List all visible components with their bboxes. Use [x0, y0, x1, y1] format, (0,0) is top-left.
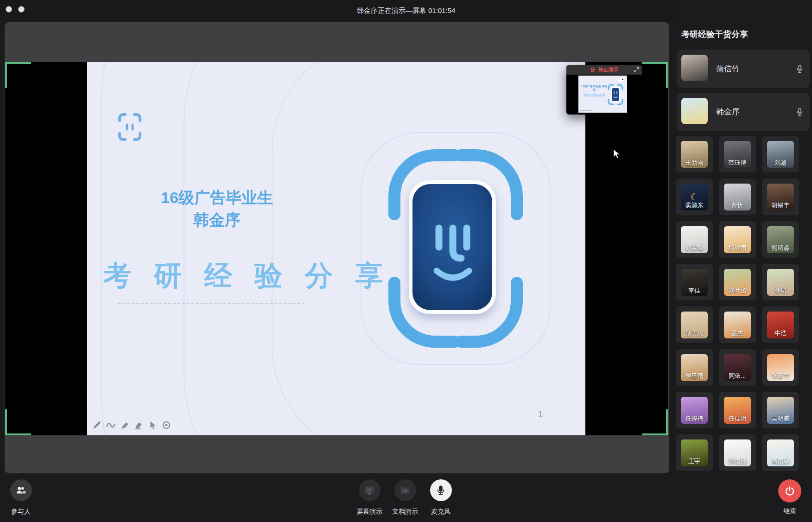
preview-mini-tools — [580, 110, 592, 111]
presentation-stage: 16级广告毕业生 韩金序 考 研 经 验 分 享 — [5, 22, 669, 473]
preview-slide-thumb: 16级广告毕业生 韩金序 考研经验分享 — [578, 76, 627, 113]
participant-name: 任婷祎 — [676, 414, 713, 423]
stop-presenting-label: 停止演示 — [598, 66, 619, 73]
mic-icon[interactable] — [796, 107, 804, 117]
end-meeting-button[interactable] — [778, 479, 801, 503]
mic-button[interactable]: 麦克风 — [422, 479, 459, 516]
slide-heading: 16级广告毕业生 韩金序 — [124, 186, 310, 231]
participant-name: 范钰博 — [719, 159, 756, 167]
mic-icon[interactable] — [796, 64, 804, 74]
participant-tile[interactable]: 任佳玥 — [719, 392, 756, 428]
participant-name: 王新雨 — [676, 159, 713, 167]
power-icon — [778, 479, 801, 503]
participant-name: 蒲信竹 — [716, 50, 740, 88]
doc-share-label: 文档演示 — [387, 508, 424, 516]
scrollbar[interactable] — [87, 388, 88, 408]
participant-tile[interactable]: 胡锡丰 — [762, 178, 799, 215]
participant-name: 王宇 — [676, 457, 713, 465]
mouse-cursor — [613, 149, 621, 160]
participant-name: 刘叶函 — [719, 286, 756, 295]
participant-tile[interactable]: ☾ 窦源东 — [676, 178, 713, 215]
presenter-preview-window[interactable]: 停止演示 16级广告毕业生 韩金序 考研经验分享 — [566, 65, 642, 115]
slide-heading-line2: 韩金序 — [124, 209, 310, 231]
participants-sidebar: 考研经验干货分享 蒲信竹 韩金序 王新雨 范钰博 刘越 ☾ 窦源东 — [673, 0, 812, 522]
participant-tile[interactable]: 孟杰 — [719, 306, 756, 343]
participant-tile[interactable]: 张宏宇 — [762, 349, 799, 386]
featured-participant-card[interactable]: 韩金序 — [677, 93, 810, 131]
participant-tile[interactable]: 刘越 — [762, 136, 799, 172]
participant-name: 熊斯淼 — [762, 244, 799, 252]
capture-corner-top-left — [5, 62, 31, 88]
screen-share-label: 屏幕演示 — [351, 508, 388, 516]
participant-name: 别子妮 — [676, 329, 713, 337]
participant-name: 刘越 — [762, 159, 799, 167]
participant-tile[interactable]: 熊斯淼 — [762, 221, 799, 258]
participant-name: 胡锡丰 — [762, 201, 799, 210]
presentation-slide: 16级广告毕业生 韩金序 考 研 经 验 分 享 — [87, 62, 585, 435]
screen-share-button[interactable]: 屏幕演示 — [351, 479, 388, 516]
participant-tile[interactable]: 王新雨 — [676, 136, 713, 172]
participant-name: 任佳玥 — [719, 414, 756, 423]
participant-tile[interactable]: 梅欣雨 — [719, 221, 756, 258]
slide-page-number: 1 — [531, 409, 550, 420]
doc-share-icon — [394, 479, 416, 501]
participant-tile[interactable]: 别子妮 — [676, 306, 713, 343]
participant-name: 孙珺 — [762, 286, 799, 295]
participant-tile[interactable]: 高雨馨 — [762, 434, 799, 471]
annotation-toolbar — [92, 420, 171, 430]
participant-tile[interactable]: 郝忻 — [719, 178, 756, 215]
scan-frame-icon — [118, 113, 141, 141]
preview-mini-title: 考研经验分享 — [578, 93, 610, 98]
highlighter-icon[interactable] — [120, 420, 130, 430]
expand-icon[interactable] — [634, 67, 640, 73]
slide-heading-line1: 16级广告毕业生 — [124, 186, 310, 209]
mic-icon — [430, 479, 452, 501]
participant-tile[interactable]: 樊星雨 — [676, 349, 713, 386]
participant-avatar — [681, 55, 708, 81]
participant-tile[interactable]: 孙珺 — [762, 264, 799, 300]
laser-icon[interactable] — [161, 420, 171, 430]
capture-corner-bottom-right — [642, 409, 668, 435]
participant-tile[interactable]: 刘叶函 — [719, 264, 756, 300]
participant-name: 郝忻 — [719, 201, 756, 210]
participant-tile[interactable]: 刘紫璇 — [676, 221, 713, 258]
participant-tile[interactable]: 范钰博 — [719, 136, 756, 172]
cursor-icon[interactable] — [147, 420, 158, 430]
participant-tile[interactable]: 牛浩 — [762, 306, 799, 343]
participant-name: 李佳 — [676, 286, 713, 295]
stop-presenting-icon — [590, 67, 596, 73]
screen-share-icon — [359, 479, 381, 501]
participant-tile[interactable]: 李佳 — [676, 264, 713, 300]
featured-participant-card[interactable]: 蒲信竹 — [677, 50, 810, 88]
meeting-window: 韩金序正在演示—屏幕 01:01:54 — [0, 0, 812, 522]
participant-name: 刘紫璇 — [676, 244, 713, 252]
doc-share-button[interactable]: 文档演示 — [387, 479, 424, 516]
participant-name: 吴明威 — [762, 414, 799, 423]
participant-tile[interactable]: 阿依... — [719, 349, 756, 386]
participant-tile[interactable]: 吴明威 — [762, 392, 799, 428]
participant-name: 梅欣雨 — [719, 244, 756, 252]
participants-label: 参与人 — [2, 508, 39, 516]
preview-mini-face — [608, 83, 623, 106]
participant-name: 张宏宇 — [762, 372, 799, 380]
participant-tile[interactable]: 王宇 — [676, 434, 713, 471]
preview-mini-chip — [618, 77, 624, 82]
participant-name: 张雨涵 — [719, 457, 756, 465]
participant-name: 阿依... — [719, 372, 756, 380]
shared-screen-region: 16级广告毕业生 韩金序 考 研 经 验 分 享 — [5, 62, 668, 435]
meeting-title: 考研经验干货分享 — [681, 29, 748, 40]
mic-label: 麦克风 — [422, 508, 459, 516]
pencil-icon[interactable] — [92, 420, 102, 430]
participants-button[interactable]: 参与人 — [2, 479, 39, 516]
stop-presenting-bar[interactable]: 停止演示 — [566, 65, 642, 75]
eraser-icon[interactable] — [133, 420, 144, 430]
capture-corner-top-right — [642, 62, 668, 88]
curve-icon[interactable] — [106, 420, 116, 430]
face-scan-graphic — [370, 132, 546, 373]
participant-tile[interactable]: 张雨涵 — [719, 434, 756, 471]
participant-name: 樊星雨 — [676, 372, 713, 380]
preview-mini-heading: 16级广告毕业生 韩金序 — [580, 84, 608, 92]
participant-name: 窦源东 — [676, 201, 713, 210]
preview-thumbnail: 16级广告毕业生 韩金序 考研经验分享 — [566, 75, 642, 115]
participant-tile[interactable]: 任婷祎 — [676, 392, 713, 428]
